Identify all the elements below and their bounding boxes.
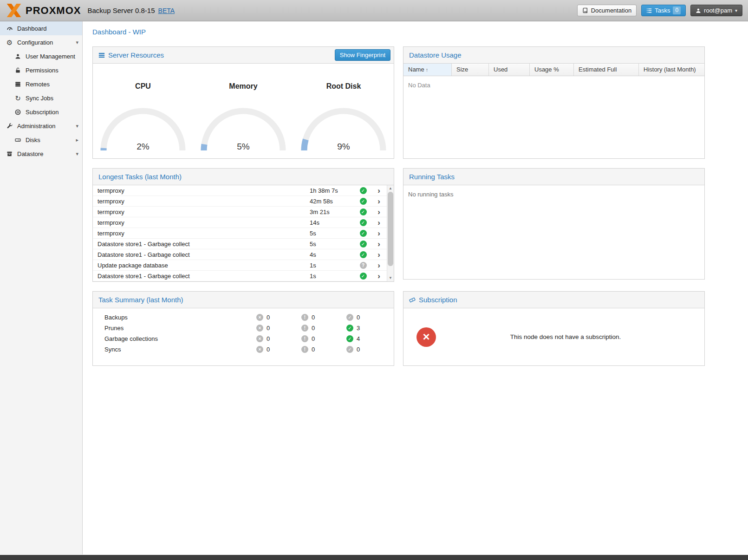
- summary-row: Prunes ×0 !0 ✓3: [93, 323, 394, 333]
- sidebar-item-user-management[interactable]: User Management: [0, 49, 82, 63]
- sidebar-item-permissions[interactable]: Permissions: [0, 63, 82, 77]
- panel-title: Longest Tasks (last Month): [98, 173, 182, 181]
- chevron-right-icon[interactable]: ›: [371, 219, 387, 227]
- gauges: CPU 2% Memory: [93, 64, 394, 158]
- task-status-icon: ✓: [360, 219, 367, 226]
- panel-server-resources: Server Resources Show Fingerprint CPU: [92, 46, 394, 159]
- column-header-name[interactable]: Name↑: [403, 64, 452, 76]
- panel-header: Subscription: [403, 292, 704, 308]
- task-row[interactable]: termproxy 3m 21s ✓ ›: [93, 207, 387, 217]
- task-row[interactable]: Datastore store1 - Garbage collect 5s ✓ …: [93, 239, 387, 249]
- warning-icon: !: [301, 335, 308, 342]
- sidebar-item-dashboard[interactable]: Dashboard: [0, 21, 82, 35]
- refresh-icon: ↻: [14, 95, 22, 102]
- task-row[interactable]: termproxy 5s ✓ ›: [93, 228, 387, 239]
- scroll-down-icon[interactable]: ▼: [387, 275, 394, 281]
- beta-link[interactable]: BETA: [158, 7, 175, 14]
- scrollbar-thumb[interactable]: [388, 192, 393, 266]
- warning-icon: !: [301, 314, 308, 321]
- column-header-size[interactable]: Size: [452, 64, 489, 76]
- sidebar-item-subscription[interactable]: Subscription: [0, 105, 82, 119]
- task-row[interactable]: Update package database 1s ? ›: [93, 260, 387, 271]
- task-row[interactable]: termproxy 1h 38m 7s ✓ ›: [93, 185, 387, 196]
- chevron-right-icon[interactable]: ›: [371, 240, 387, 248]
- column-header-used[interactable]: Used: [489, 64, 530, 76]
- app-version: Backup Server 0.8-15: [87, 7, 155, 14]
- caret-right-icon[interactable]: ▸: [76, 137, 78, 143]
- chevron-right-icon[interactable]: ›: [371, 187, 387, 195]
- summary-label: Prunes: [104, 325, 256, 332]
- ok-count: 4: [357, 335, 360, 342]
- sidebar-item-administration[interactable]: Administration ▾: [0, 119, 82, 133]
- chevron-right-icon[interactable]: ›: [371, 261, 387, 269]
- page-title: Dashboard - WIP: [83, 21, 748, 46]
- tasks-label: Tasks: [655, 7, 670, 14]
- panel-title: Running Tasks: [409, 173, 455, 181]
- error-count: 0: [267, 325, 270, 332]
- gauge-cpu: CPU 2%: [93, 64, 193, 158]
- caret-down-icon[interactable]: ▾: [76, 123, 78, 129]
- error-icon: ×: [256, 325, 263, 332]
- task-duration: 5s: [310, 230, 355, 237]
- chevron-right-icon[interactable]: ›: [371, 208, 387, 216]
- error-count: 0: [267, 314, 270, 321]
- gauge-label: CPU: [93, 82, 193, 91]
- user-menu-button[interactable]: root@pam ▾: [690, 5, 742, 16]
- panel-title: Server Resources: [108, 51, 164, 59]
- chevron-right-icon[interactable]: ›: [371, 251, 387, 259]
- tasks-badge: 0: [673, 7, 681, 14]
- sidebar-item-sync-jobs[interactable]: ↻ Sync Jobs: [0, 91, 82, 105]
- sidebar-item-disks[interactable]: Disks ▸: [0, 133, 82, 147]
- caret-down-icon[interactable]: ▾: [76, 151, 78, 157]
- sidebar-item-remotes[interactable]: Remotes: [0, 77, 82, 91]
- task-duration: 42m 58s: [310, 198, 355, 205]
- documentation-button[interactable]: Documentation: [577, 5, 637, 16]
- task-row[interactable]: Datastore store1 - Garbage collect 4s ✓ …: [93, 249, 387, 260]
- chevron-right-icon[interactable]: ›: [371, 197, 387, 205]
- task-name: termproxy: [93, 219, 310, 226]
- footer-bar: [0, 555, 748, 560]
- task-row[interactable]: Datastore store1 - Garbage collect 1s ✓ …: [93, 271, 387, 281]
- column-header-history[interactable]: History (last Month): [639, 64, 704, 76]
- column-header-estimated-full[interactable]: Estimated Full: [574, 64, 639, 76]
- chevron-right-icon[interactable]: ›: [371, 272, 387, 280]
- sidebar-item-label: Datastore: [17, 150, 43, 157]
- error-icon: ×: [256, 314, 263, 321]
- panel-title: Task Summary (last Month): [98, 296, 183, 304]
- documentation-label: Documentation: [591, 7, 631, 14]
- chevron-right-icon[interactable]: ›: [371, 229, 387, 237]
- summary-label: Backups: [104, 314, 256, 321]
- app-root: PROXMOX Backup Server 0.8-15 BETA Docume…: [0, 0, 748, 560]
- warning-count: 0: [312, 335, 315, 342]
- panel-task-summary: Task Summary (last Month) Backups ×0 !0 …: [92, 291, 394, 366]
- sidebar: Dashboard ⚙ Configuration ▾ User Managem…: [0, 21, 83, 554]
- sidebar-item-datastore[interactable]: Datastore ▾: [0, 147, 82, 161]
- task-duration: 3m 21s: [310, 208, 355, 215]
- sidebar-item-label: Configuration: [17, 39, 53, 46]
- task-row[interactable]: termproxy 42m 58s ✓ ›: [93, 196, 387, 207]
- proxmox-logo: PROXMOX: [6, 3, 81, 18]
- column-header-usage-pct[interactable]: Usage %: [530, 64, 574, 76]
- task-name: Datastore store1 - Garbage collect: [93, 251, 310, 258]
- tasks-button[interactable]: Tasks 0: [641, 5, 686, 16]
- sidebar-item-label: Subscription: [26, 109, 59, 116]
- show-fingerprint-button[interactable]: Show Fingerprint: [335, 49, 390, 61]
- scroll-up-icon[interactable]: ▲: [387, 185, 394, 192]
- book-icon: [582, 7, 588, 13]
- sidebar-item-configuration[interactable]: ⚙ Configuration ▾: [0, 35, 82, 49]
- topbar: PROXMOX Backup Server 0.8-15 BETA Docume…: [0, 0, 748, 21]
- panel-header: Running Tasks: [403, 169, 704, 185]
- task-status-icon: ✓: [360, 208, 367, 215]
- scrollbar[interactable]: ▲ ▼: [387, 185, 394, 281]
- resource-bars-icon: [98, 52, 105, 59]
- task-duration: 1h 38m 7s: [310, 187, 355, 194]
- warning-count: 0: [312, 346, 315, 353]
- summary-row: Backups ×0 !0 ✓0: [93, 312, 394, 323]
- task-name: Update package database: [93, 262, 310, 269]
- summary-row: Garbage collections ×0 !0 ✓4: [93, 333, 394, 344]
- sidebar-item-label: Disks: [26, 137, 40, 143]
- task-row[interactable]: termproxy 14s ✓ ›: [93, 217, 387, 228]
- unlock-icon: [14, 67, 22, 73]
- gauge-memory: Memory 5%: [193, 64, 293, 158]
- caret-down-icon[interactable]: ▾: [76, 39, 78, 46]
